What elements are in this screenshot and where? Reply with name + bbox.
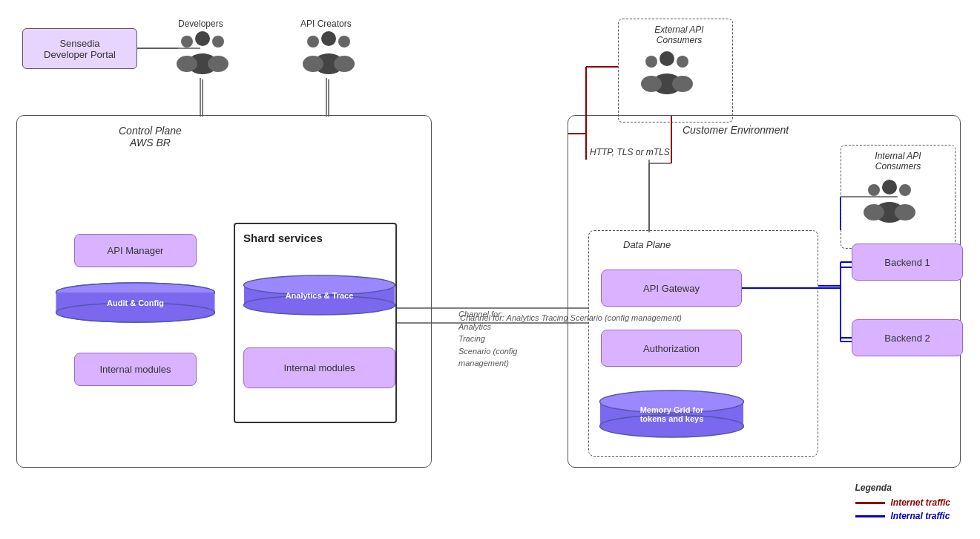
svg-point-40 [641,76,662,92]
legenda-internet-item: Internet traffic [855,497,950,508]
backend2-box: Backend 2 [852,319,963,356]
svg-point-45 [868,184,880,196]
developers-label: Developers [178,19,223,29]
svg-point-25 [303,56,323,72]
external-api-icon [639,48,695,99]
svg-point-16 [195,31,210,46]
shard-services-label: Shard services [243,232,323,244]
channel-text-label: Channel for: Analytics Tracing Scenario … [458,308,518,370]
svg-point-26 [338,36,350,48]
svg-point-20 [212,36,224,48]
sensedia-box: Sensedia Developer Portal [22,28,137,69]
audit-config-cylinder: Audit & Config [56,282,215,323]
developers-icon [177,28,228,88]
svg-point-37 [660,51,674,66]
svg-point-21 [208,56,228,72]
http-label: HTTP, TLS or mTLS [590,147,670,157]
svg-point-18 [181,36,193,48]
svg-point-22 [321,31,336,46]
api-manager-box: API Manager [74,234,197,267]
svg-point-39 [645,56,657,68]
internal-api-label: Internal API Consumers [848,151,948,172]
svg-point-43 [882,180,897,195]
backend1-box: Backend 1 [852,244,963,281]
shard-services-box [234,223,397,423]
authorization-box: Authorization [601,330,742,367]
svg-point-46 [864,204,884,220]
svg-point-27 [334,56,355,72]
svg-point-19 [177,56,197,72]
diagram: Sensedia Developer Portal Developers API… [0,0,980,539]
svg-point-24 [307,36,319,48]
internet-traffic-line [855,502,885,504]
internal-api-icon [862,177,918,227]
customer-env-label: Customer Environment [683,124,789,136]
svg-point-41 [677,56,688,68]
internal-modules-right-box: Internal modules [243,347,395,388]
api-creators-icon [303,28,355,79]
legenda-internal-item: Internal traffic [855,511,950,521]
data-plane-label: Data Plane [623,239,671,250]
svg-point-48 [895,204,915,220]
api-gateway-box: API Gateway [601,270,742,307]
internal-traffic-label: Internal traffic [891,511,950,521]
svg-point-47 [899,184,911,196]
legenda-box: Legenda Internet traffic Internal traffi… [855,483,950,524]
sensedia-label: Sensedia Developer Portal [44,38,116,60]
internal-modules-left-box: Internal modules [74,353,197,386]
svg-point-42 [672,76,693,92]
external-api-label: External API Consumers [625,24,733,45]
internal-traffic-line [855,515,885,517]
internet-traffic-label: Internet traffic [891,497,950,508]
memory-grid-cylinder: Memory Grid for tokens and keys [599,390,744,438]
api-creators-label: API Creators [300,19,352,29]
analytics-trace-cylinder: Analytics & Trace [243,275,395,316]
control-plane-label: Control Plane AWS BR [119,125,182,148]
legenda-title: Legenda [855,483,950,493]
